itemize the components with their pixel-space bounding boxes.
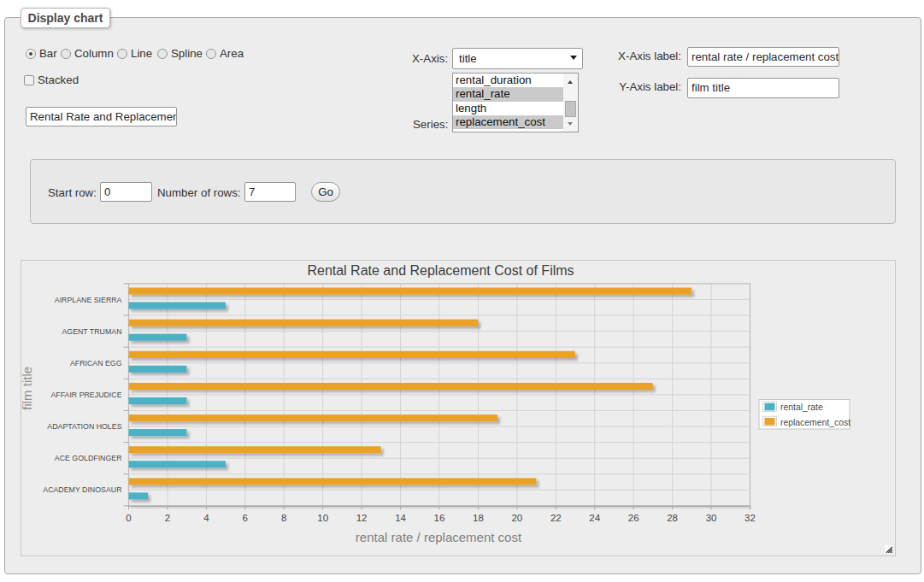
svg-text:18: 18 [473,513,484,523]
svg-text:22: 22 [550,513,562,523]
svg-text:10: 10 [317,513,328,523]
svg-text:16: 16 [434,513,445,523]
svg-text:4: 4 [203,513,209,523]
svg-text:30: 30 [706,513,717,523]
svg-text:6: 6 [243,513,248,523]
svg-text:AIRPLANE SIERRA: AIRPLANE SIERRA [55,296,122,304]
svg-text:rental_rate: rental_rate [780,403,823,412]
svg-text:8: 8 [281,513,286,523]
svg-text:replacement_cost: replacement_cost [780,418,850,427]
svg-text:14: 14 [395,513,406,523]
svg-text:2: 2 [165,513,170,523]
svg-text:AFRICAN EGG: AFRICAN EGG [70,359,122,367]
svg-text:12: 12 [356,513,368,523]
svg-text:AGENT TRUMAN: AGENT TRUMAN [62,327,121,336]
svg-text:24: 24 [589,513,600,523]
svg-text:ACE GOLDFINGER: ACE GOLDFINGER [55,454,122,462]
svg-text:ADAPTATION HOLES: ADAPTATION HOLES [47,422,121,431]
svg-text:rental rate / replacement cost: rental rate / replacement cost [356,530,522,544]
svg-text:28: 28 [667,513,678,523]
svg-text:Rental Rate and Replacement Co: Rental Rate and Replacement Cost of Film… [307,263,574,278]
svg-text:20: 20 [511,513,522,523]
svg-text:32: 32 [744,513,756,523]
svg-text:ACADEMY DINOSAUR: ACADEMY DINOSAUR [43,485,121,494]
svg-text:26: 26 [628,513,639,523]
svg-text:AFFAIR PREJUDICE: AFFAIR PREJUDICE [50,391,121,399]
svg-text:film title: film title [21,367,34,410]
svg-text:0: 0 [126,513,131,523]
